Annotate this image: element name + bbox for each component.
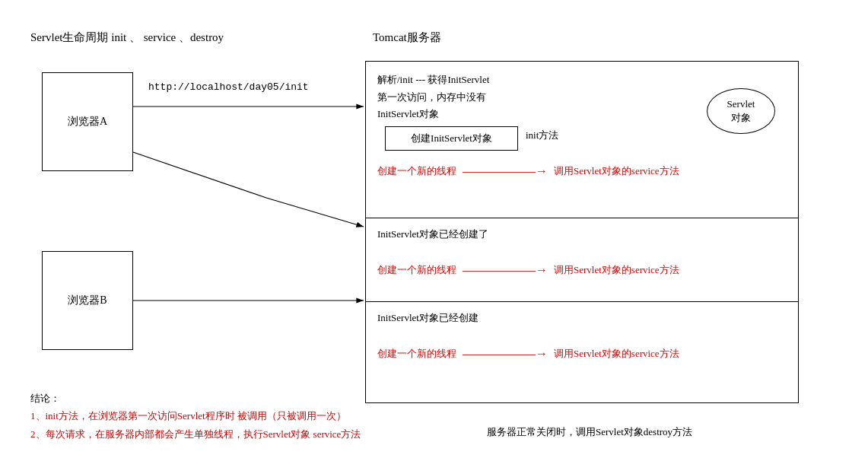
create-servlet-box: 创建InitServlet对象: [385, 126, 518, 151]
init-method-label: init方法: [526, 129, 558, 142]
s3-line1: InitServlet对象已经创建: [377, 311, 479, 325]
browser-a-box: 浏览器A: [42, 72, 133, 171]
title-right: Tomcat服务器: [373, 30, 441, 45]
section3: InitServlet对象已经创建 创建一个新的线程 ——————→ 调用Ser…: [374, 305, 790, 396]
tomcat-box: 解析/init --- 获得InitServlet 第一次访问，内存中没有 In…: [365, 61, 799, 403]
call-label-1: 调用Servlet对象的service方法: [554, 164, 679, 178]
thread-row-2: 创建一个新的线程 ——————→ 调用Servlet对象的service方法: [377, 263, 679, 277]
thread-label-1: 创建一个新的线程: [377, 164, 456, 178]
s1-line3: InitServlet对象: [377, 107, 439, 121]
s1-line1: 解析/init --- 获得InitServlet: [377, 73, 489, 87]
svg-line-3: [266, 198, 364, 227]
s1-line2: 第一次访问，内存中没有: [377, 91, 486, 104]
arrow-1: ——————→: [463, 164, 548, 178]
divider-2: [366, 301, 798, 302]
s2-line1: InitServlet对象已经创建了: [377, 227, 488, 241]
thread-row-3: 创建一个新的线程 ——————→ 调用Servlet对象的service方法: [377, 347, 679, 361]
thread-label-3: 创建一个新的线程: [377, 347, 456, 361]
thread-label-2: 创建一个新的线程: [377, 263, 456, 277]
svg-text:http://localhost/day05/init: http://localhost/day05/init: [148, 81, 309, 93]
svg-line-2: [133, 152, 266, 198]
browser-b-box: 浏览器B: [42, 251, 133, 350]
conclusion-line1: 1、init方法，在浏览器第一次访问Servlet程序时 被调用（只被调用一次）: [30, 407, 361, 425]
call-label-2: 调用Servlet对象的service方法: [554, 263, 679, 277]
call-label-3: 调用Servlet对象的service方法: [554, 347, 679, 361]
conclusion-title: 结论：: [30, 390, 361, 407]
arrow-2: ——————→: [463, 263, 548, 277]
destroy-note: 服务器正常关闭时，调用Servlet对象destroy方法: [487, 425, 692, 439]
browser-a-label: 浏览器A: [68, 115, 107, 129]
section2: InitServlet对象已经创建了 创建一个新的线程 ——————→ 调用Se…: [374, 221, 790, 297]
create-servlet-label: 创建InitServlet对象: [411, 132, 492, 145]
arrow-3: ——————→: [463, 347, 548, 361]
browser-b-label: 浏览器B: [68, 294, 107, 307]
thread-row-1: 创建一个新的线程 ——————→ 调用Servlet对象的service方法: [377, 164, 679, 178]
section1: 解析/init --- 获得InitServlet 第一次访问，内存中没有 In…: [374, 69, 790, 214]
conclusion-line2: 2、每次请求，在服务器内部都会产生单独线程，执行Servlet对象 servic…: [30, 425, 361, 443]
servlet-ellipse: Servlet对象: [707, 88, 775, 134]
conclusion: 结论： 1、init方法，在浏览器第一次访问Servlet程序时 被调用（只被调…: [30, 390, 361, 443]
servlet-ellipse-text: Servlet对象: [727, 97, 755, 125]
title-left: Servlet生命周期 init 、 service 、destroy: [30, 30, 224, 45]
divider-1: [366, 218, 798, 218]
